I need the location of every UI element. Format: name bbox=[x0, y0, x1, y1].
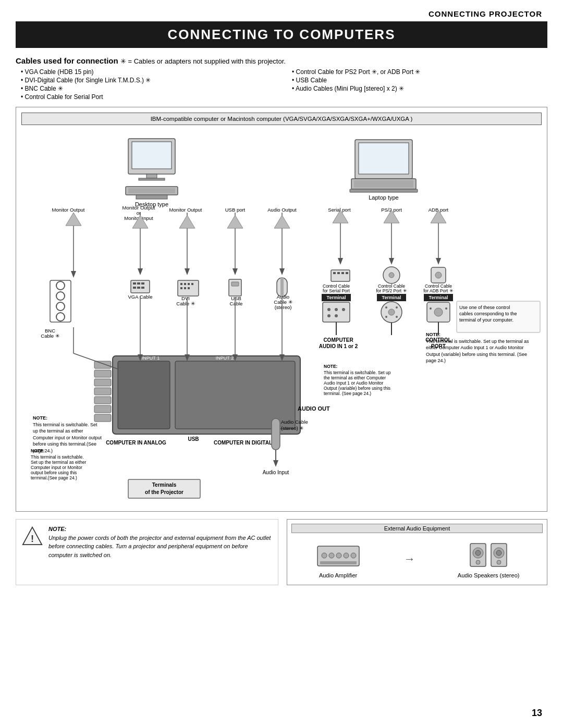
svg-marker-170 bbox=[227, 215, 243, 228]
svg-marker-27 bbox=[436, 258, 441, 265]
svg-text:the terminal as either Compute: the terminal as either Computer bbox=[324, 375, 386, 380]
svg-text:Set up the terminal as either: Set up the terminal as either bbox=[31, 460, 86, 465]
note-content: Unplug the power cords of both the proje… bbox=[48, 535, 271, 558]
svg-text:COMPUTER IN ANALOG: COMPUTER IN ANALOG bbox=[106, 440, 166, 446]
svg-text:INPUT 2: INPUT 2 bbox=[216, 355, 234, 361]
svg-rect-52 bbox=[184, 283, 186, 285]
svg-marker-169 bbox=[179, 215, 195, 228]
svg-point-108 bbox=[445, 307, 447, 310]
main-title: CONNECTING TO COMPUTERS bbox=[26, 27, 537, 43]
svg-text:!: ! bbox=[31, 534, 34, 544]
svg-text:USB port: USB port bbox=[225, 207, 246, 213]
svg-rect-53 bbox=[188, 283, 190, 285]
svg-rect-129 bbox=[94, 370, 111, 377]
svg-text:AUDIO OUT: AUDIO OUT bbox=[298, 405, 330, 412]
svg-text:USB: USB bbox=[188, 436, 199, 442]
svg-text:terminal of your computer.: terminal of your computer. bbox=[459, 317, 513, 323]
svg-point-94 bbox=[327, 308, 331, 311]
diagram-container: IBM-compatible computer or Macintosh com… bbox=[16, 107, 547, 512]
audio-speakers-label: Audio Speakers (stereo) bbox=[458, 572, 520, 578]
svg-point-97 bbox=[327, 314, 331, 317]
arrow-between-audio: → bbox=[404, 552, 415, 566]
svg-point-98 bbox=[335, 314, 338, 317]
laptop-label: Laptop type bbox=[369, 194, 399, 201]
svg-text:Output (variable) before using: Output (variable) before using this bbox=[324, 386, 390, 391]
svg-text:(stereo) ✳: (stereo) ✳ bbox=[281, 425, 303, 431]
svg-marker-19 bbox=[232, 268, 238, 275]
computer-banner: IBM-compatible computer or Macintosh com… bbox=[21, 113, 542, 125]
svg-rect-10 bbox=[354, 180, 413, 188]
svg-rect-121 bbox=[118, 361, 170, 429]
svg-rect-45 bbox=[137, 282, 140, 285]
svg-text:cables corresponding to the: cables corresponding to the bbox=[459, 311, 517, 316]
svg-text:terminal. (See page 24.): terminal. (See page 24.) bbox=[324, 391, 371, 396]
svg-text:INPUT 1: INPUT 1 bbox=[142, 355, 160, 361]
svg-text:COMPUTER IN DIGITAL: COMPUTER IN DIGITAL bbox=[214, 440, 272, 446]
svg-text:Terminal: Terminal bbox=[429, 295, 448, 300]
amplifier-svg bbox=[315, 542, 362, 571]
svg-point-104 bbox=[396, 316, 398, 318]
cable-item-7: Audio Cables (Mini Plug [stereo] x 2) ✳ bbox=[292, 85, 547, 92]
bottom-section: ! NOTE: Unplug the power cords of both t… bbox=[16, 519, 547, 585]
right-note-title: NOTE: bbox=[426, 332, 440, 337]
svg-text:Use one of these control: Use one of these control bbox=[459, 305, 510, 310]
left-note-title: NOTE: bbox=[33, 415, 47, 421]
svg-text:Cable ✳: Cable ✳ bbox=[176, 301, 194, 306]
cables-grid: VGA Cable (HDB 15 pin) Control Cable for… bbox=[16, 68, 547, 101]
svg-text:(stereo): (stereo) bbox=[275, 304, 292, 310]
cables-section: Cables used for connection ✳ = Cables or… bbox=[16, 56, 547, 101]
svg-text:NOTE:: NOTE: bbox=[324, 364, 338, 369]
svg-marker-15 bbox=[138, 268, 143, 275]
svg-marker-167 bbox=[66, 213, 81, 226]
svg-text:Audio Cable: Audio Cable bbox=[281, 419, 308, 425]
svg-text:COMPUTER: COMPUTER bbox=[323, 337, 353, 343]
svg-rect-11 bbox=[350, 189, 418, 192]
svg-point-187 bbox=[476, 560, 480, 564]
svg-rect-49 bbox=[141, 287, 144, 289]
audio-amplifier: Audio Amplifier bbox=[315, 542, 362, 578]
svg-text:Monitor Output: Monitor Output bbox=[52, 207, 85, 213]
svg-rect-1 bbox=[132, 142, 172, 169]
svg-rect-2 bbox=[146, 174, 157, 178]
left-note-text: This terminal is switchable. Set up the … bbox=[33, 422, 102, 453]
svg-rect-66 bbox=[346, 272, 348, 274]
svg-text:This terminal is switchable.: This terminal is switchable. bbox=[31, 454, 84, 460]
svg-marker-23 bbox=[338, 258, 343, 265]
page-header: CONNECTING PROJECTOR bbox=[0, 0, 563, 21]
svg-rect-65 bbox=[341, 272, 344, 274]
svg-text:output before using this: output before using this bbox=[31, 470, 77, 475]
main-title-box: CONNECTING TO COMPUTERS bbox=[16, 21, 547, 48]
audio-speakers: Audio Speakers (stereo) bbox=[458, 539, 520, 578]
svg-point-190 bbox=[496, 550, 501, 556]
svg-rect-62 bbox=[331, 270, 350, 281]
svg-rect-3 bbox=[139, 178, 165, 180]
svg-rect-145 bbox=[272, 418, 280, 450]
svg-point-106 bbox=[434, 308, 443, 316]
audio-amplifier-label: Audio Amplifier bbox=[315, 572, 362, 578]
svg-text:Computer input or Monitor: Computer input or Monitor bbox=[31, 465, 82, 470]
svg-rect-55 bbox=[180, 287, 182, 289]
svg-rect-133 bbox=[94, 405, 111, 413]
note-text: NOTE: Unplug the power cords of both the… bbox=[48, 525, 273, 559]
svg-point-191 bbox=[497, 560, 501, 564]
svg-text:for Serial Port: for Serial Port bbox=[323, 288, 350, 293]
svg-marker-149 bbox=[273, 460, 278, 467]
cable-item-5: Control Cable for PS2 Port ✳, or ADB Por… bbox=[292, 68, 547, 76]
right-note: NOTE: This terminal is switchable. Set u… bbox=[426, 331, 530, 364]
svg-text:Cable: Cable bbox=[230, 301, 243, 306]
desktop-computer bbox=[126, 139, 178, 199]
svg-rect-183 bbox=[320, 561, 357, 564]
laptop-computer bbox=[350, 140, 418, 192]
svg-rect-48 bbox=[137, 287, 140, 289]
svg-point-179 bbox=[329, 553, 334, 558]
svg-rect-59 bbox=[231, 282, 239, 286]
svg-rect-46 bbox=[141, 282, 144, 285]
svg-marker-13 bbox=[71, 271, 76, 278]
cables-asterisk-note: ✳ = Cables or adapters not supplied with… bbox=[120, 57, 286, 65]
svg-point-178 bbox=[322, 553, 327, 558]
warning-triangle-icon: ! bbox=[21, 525, 43, 547]
svg-point-41 bbox=[56, 313, 65, 321]
audio-equipment-content: Audio Amplifier → Audio Speake bbox=[291, 537, 543, 581]
svg-point-39 bbox=[56, 292, 65, 300]
svg-marker-25 bbox=[389, 258, 394, 265]
